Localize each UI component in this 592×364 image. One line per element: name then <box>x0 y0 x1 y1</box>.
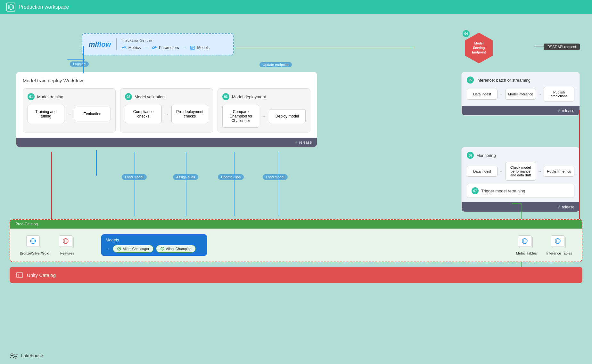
trigger-box: 07 Trigger model retraining <box>467 184 574 198</box>
tracking-server-label: Tracking Server <box>121 38 210 43</box>
lakehouse-bar: Lakehouse <box>10 352 43 359</box>
stage-item-predeployment: Pre-deployment checks <box>171 105 208 123</box>
inference-release-bar: ⑂ release <box>462 106 580 115</box>
stage-item-evaluation: Evaluation <box>74 107 111 121</box>
trigger-label: Trigger model retraining <box>481 189 525 193</box>
catalog-section: Prod Catalog Bronze/Silver/Gold <box>10 219 582 262</box>
green-h-conn <box>512 203 522 204</box>
monitoring-item-2: Check model performance and data drift <box>505 162 536 181</box>
serving-num: 04 <box>463 30 470 37</box>
lakehouse-icon <box>10 352 18 359</box>
inference-tables-label: Inference Tables <box>546 251 572 255</box>
features-label: Features <box>60 251 74 255</box>
svg-rect-5 <box>190 46 195 49</box>
inference-item-2: Model inference <box>505 89 536 100</box>
mlflow-metrics: Metrics <box>121 45 141 50</box>
svg-rect-22 <box>16 273 23 277</box>
catalog-item-metric-tables: Metric Tables <box>516 235 537 255</box>
monitoring-item-1: Data ingest <box>467 166 497 177</box>
app-icon <box>6 3 15 12</box>
stage-2: 02 Model validation Compliance checks → … <box>120 88 213 133</box>
inference-num: 05 <box>467 77 474 84</box>
serving-label: ModelServingEndpoint <box>469 38 488 58</box>
inference-title: Inference: batch or streaming <box>476 78 530 83</box>
update-endpoint-badge: Update endpoint <box>259 62 292 67</box>
monitoring-release-bar: ⑂ release <box>462 202 580 212</box>
svg-point-4 <box>155 46 156 48</box>
models-box: Models → Alias: Challenger Alias: Champi… <box>101 234 207 256</box>
monitoring-box: 06 Monitoring Data ingest → Check model … <box>461 147 580 212</box>
workflow-release-bar: ⑂ release <box>16 138 317 147</box>
mlflow-logo: mlflow <box>89 40 111 49</box>
stage-item-compliance: Compliance checks <box>125 105 162 123</box>
stage-item-deploy: Deploy model <box>269 109 306 123</box>
inference-item-1: Data ingest <box>467 89 497 100</box>
inference-item-3: Publish predictions <box>544 87 574 101</box>
monitoring-release-label: release <box>562 205 574 209</box>
unity-catalog-label: Unity Catalog <box>27 272 56 278</box>
update-alias-badge: Update alias <box>218 174 244 180</box>
stage-num-3: 03 <box>222 93 229 100</box>
workflow-box: Model train deploy Workflow 01 Model tra… <box>16 72 317 147</box>
load-model-badge-2: Load model <box>263 174 288 180</box>
stage-3: 03 Model deployment Compare Champion vs … <box>218 88 310 133</box>
hexagon-shape: ModelServingEndpoint <box>465 33 493 63</box>
catalog-item-inference-tables: Inference Tables <box>546 235 572 255</box>
svg-marker-1 <box>10 6 12 8</box>
bronze-label: Bronze/Silver/Gold <box>20 251 49 255</box>
stage-title-2: Model validation <box>135 94 165 99</box>
lakehouse-label: Lakehouse <box>21 353 43 358</box>
catalog-item-bronze: Bronze/Silver/Gold <box>20 235 49 255</box>
svg-marker-0 <box>8 4 13 10</box>
unity-catalog-bar: Unity Catalog <box>10 267 582 283</box>
monitoring-item-3: Publish metrics <box>544 166 574 177</box>
stage-title-1: Model training <box>37 94 63 99</box>
inference-box: 05 Inference: batch or streaming Data in… <box>461 72 580 116</box>
workflow-title: Model train deploy Workflow <box>23 78 310 83</box>
workspace-title: Production workspace <box>19 4 69 10</box>
catalog-item-features: Features <box>59 235 76 255</box>
mlflow-models: Models <box>190 45 210 50</box>
mlflow-box: mlflow Tracking Server Metrics → Paramet… <box>82 33 234 55</box>
blue-h-mlflow <box>67 59 85 60</box>
stage-item-training: Training and tuning <box>28 105 64 123</box>
blue-v-tracking <box>83 46 84 73</box>
alias-champion: Alias: Champion <box>156 245 196 253</box>
stage-item-compare: Compare Champion vs Challenger <box>222 105 259 128</box>
workflow-release-label: release <box>299 140 312 145</box>
model-serving-container: 04 ModelServingEndpoint <box>465 33 493 63</box>
svg-point-2 <box>152 47 154 49</box>
trigger-num: 07 <box>472 187 479 194</box>
inference-release-label: release <box>562 109 574 113</box>
mlflow-parameters: Parameters <box>152 45 179 50</box>
blue-line-load2 <box>279 152 279 216</box>
alias-challenger: Alias: Challenger <box>113 245 153 253</box>
monitoring-num: 06 <box>467 152 474 159</box>
blue-line-load-model <box>135 152 135 216</box>
load-model-badge-1: Load model <box>122 174 147 180</box>
unity-icon <box>16 272 23 278</box>
stage-title-3: Model deployment <box>232 94 266 99</box>
catalog-header: Prod Catalog <box>10 220 582 229</box>
blue-line-assign <box>186 152 186 216</box>
blue-v-1 <box>96 150 97 176</box>
metric-tables-label: Metric Tables <box>516 251 537 255</box>
stage-num-2: 02 <box>125 93 132 100</box>
rest-api-box: REST API request <box>544 44 580 50</box>
monitoring-title: Monitoring <box>476 153 496 158</box>
blue-h-to-serving <box>234 48 413 48</box>
logging-badge: Logging <box>70 61 89 67</box>
blue-line-update <box>234 152 234 216</box>
stage-num-1: 01 <box>28 93 35 100</box>
top-bar: Production workspace <box>0 0 592 14</box>
models-title: Models <box>106 238 202 242</box>
stage-1: 01 Model training Training and tuning → … <box>23 88 116 133</box>
rest-arrow-head: ◁ <box>550 44 554 50</box>
